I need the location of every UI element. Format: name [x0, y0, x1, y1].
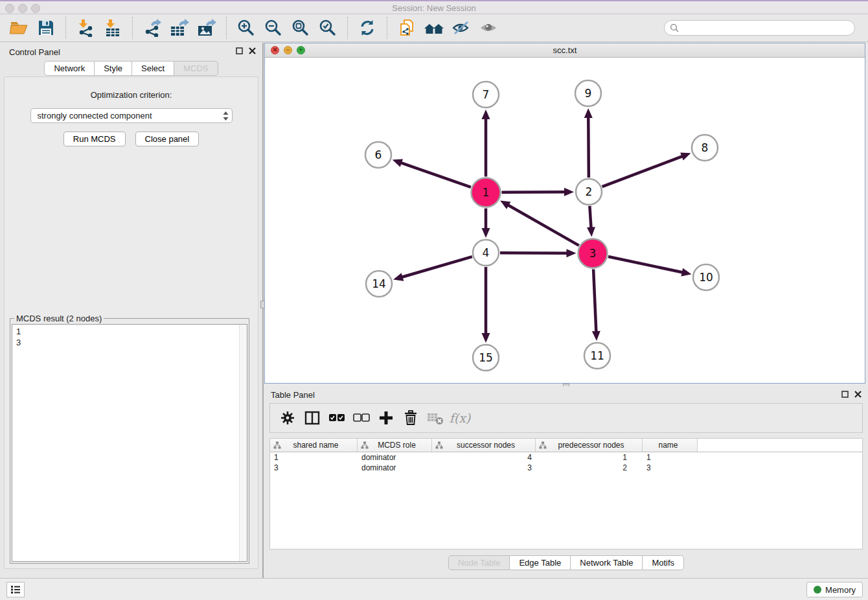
graph-node-label-11: 11 — [590, 349, 604, 362]
graph-edge-2-8[interactable] — [602, 156, 685, 187]
close-panel-icon[interactable] — [249, 47, 256, 54]
zoom-out-button[interactable] — [262, 16, 285, 40]
graph-edge-3-1[interactable] — [507, 204, 579, 246]
float-panel-icon[interactable] — [236, 47, 243, 54]
graph-edge-4-3[interactable] — [500, 253, 569, 253]
graph-edge-2-9[interactable] — [588, 115, 589, 178]
tab-network[interactable]: Network — [44, 61, 95, 76]
cell-mcds-role: dominator — [358, 453, 432, 462]
search-icon — [670, 23, 679, 32]
save-session-button[interactable] — [34, 16, 58, 40]
table-panel-title: Table Panel — [271, 390, 315, 400]
network-window-titlebar[interactable]: ✕ − + scc.txt — [265, 43, 865, 58]
hide-selected-button[interactable] — [450, 16, 473, 40]
graph-edge-2-3[interactable] — [589, 206, 591, 230]
tab-select[interactable]: Select — [132, 61, 174, 76]
eye-icon — [479, 20, 498, 36]
graph-node-label-9: 9 — [585, 87, 592, 100]
export-image-button[interactable] — [195, 16, 218, 40]
graph-arrowhead — [592, 331, 600, 341]
network-view-window: ✕ − + scc.txt 1234678910111415 — [264, 43, 865, 384]
tab-node-table[interactable]: Node Table — [448, 555, 510, 570]
cell-predecessor-nodes: 2 — [536, 463, 643, 472]
search-input[interactable] — [682, 23, 849, 32]
refresh-button[interactable] — [356, 16, 379, 40]
mcds-result-list[interactable]: 1 3 — [12, 325, 239, 561]
graph-edge-3-11[interactable] — [593, 269, 596, 334]
graph-arrowhead — [393, 273, 404, 281]
split-divider[interactable] — [262, 43, 264, 578]
column-layout-button[interactable] — [301, 408, 323, 428]
table-settings-button[interactable] — [277, 408, 299, 428]
function-builder-button[interactable]: f(x) — [449, 408, 471, 428]
export-network-button[interactable] — [141, 16, 164, 40]
column-header-shared-name[interactable]: shared name — [270, 439, 358, 452]
import-table-button[interactable] — [101, 16, 124, 40]
close-panel-icon[interactable] — [854, 391, 862, 398]
graph-edge-3-10[interactable] — [608, 257, 685, 273]
table-row[interactable]: 3 dominator 3 2 3 — [270, 463, 862, 473]
column-header-name[interactable]: name — [643, 439, 698, 452]
delete-table-button[interactable] — [424, 408, 446, 428]
graph-arrowhead — [587, 227, 595, 237]
mcds-result-title: MCDS result (2 nodes) — [14, 314, 104, 323]
graph-node-label-8: 8 — [702, 141, 709, 154]
duplicate-network-button[interactable] — [395, 16, 418, 40]
tab-motifs[interactable]: Motifs — [643, 555, 684, 570]
column-header-successor-nodes[interactable]: successor nodes — [432, 439, 536, 452]
graph-edge-1-2[interactable] — [501, 192, 567, 192]
open-session-button[interactable] — [7, 16, 30, 40]
memory-label: Memory — [825, 585, 856, 595]
gear-icon — [280, 411, 295, 425]
table-row[interactable]: 1 dominator 4 1 1 — [270, 452, 862, 463]
tab-edge-table[interactable]: Edge Table — [510, 555, 571, 570]
deselect-all-columns-button[interactable] — [350, 408, 372, 428]
export-table-button[interactable] — [168, 16, 191, 40]
network-graph: 1234678910111415 — [265, 58, 865, 383]
graph-arrowhead — [482, 333, 490, 343]
toolbar-separator — [347, 17, 348, 39]
graph-edge-4-14[interactable] — [400, 257, 472, 277]
graph-arrowhead — [584, 108, 593, 118]
hierarchy-icon — [273, 441, 281, 449]
network-canvas[interactable]: 1234678910111415 — [265, 58, 865, 383]
tab-style[interactable]: Style — [95, 61, 132, 76]
show-panels-button[interactable] — [6, 582, 25, 597]
run-mcds-button[interactable]: Run MCDS — [63, 132, 126, 146]
graph-node-label-7: 7 — [483, 88, 490, 101]
tab-mcds[interactable]: MCDS — [174, 61, 218, 76]
graph-edge-1-6[interactable] — [399, 162, 471, 187]
control-panel-title: Control Panel — [9, 47, 60, 57]
home-icon — [423, 19, 445, 36]
save-icon — [38, 19, 54, 36]
home-button[interactable] — [422, 16, 446, 40]
add-column-button[interactable] — [375, 408, 397, 428]
table-toolbar: f(x) — [269, 403, 863, 433]
import-table-icon — [104, 19, 122, 37]
delete-column-button[interactable] — [400, 408, 422, 428]
column-header-predecessor-nodes[interactable]: predecessor nodes — [536, 439, 643, 452]
graph-node-label-4: 4 — [483, 246, 490, 259]
import-network-button[interactable] — [74, 16, 97, 40]
close-panel-button[interactable]: Close panel — [135, 132, 200, 146]
deselect-all-icon — [353, 413, 370, 422]
node-table: shared name MCDS role successor nodes — [269, 438, 863, 549]
status-bar: Memory — [0, 578, 868, 600]
criterion-dropdown[interactable]: strongly connected component — [30, 108, 233, 123]
zoom-selected-button[interactable] — [316, 16, 339, 40]
memory-button[interactable]: Memory — [806, 582, 863, 597]
cell-name: 1 — [643, 453, 698, 462]
float-panel-icon[interactable] — [841, 391, 849, 398]
cell-name: 3 — [643, 463, 698, 472]
tab-network-table[interactable]: Network Table — [571, 555, 643, 570]
show-all-button[interactable] — [477, 16, 500, 40]
toolbar-separator — [387, 17, 387, 39]
result-scrollbar[interactable] — [239, 325, 247, 561]
select-all-columns-button[interactable] — [326, 408, 348, 428]
zoom-in-button[interactable] — [234, 16, 258, 40]
column-header-mcds-role[interactable]: MCDS role — [358, 439, 432, 452]
graph-arrowhead — [566, 249, 576, 257]
mcds-result-box: MCDS result (2 nodes) 1 3 — [10, 318, 249, 564]
graph-node-label-14: 14 — [372, 277, 386, 290]
zoom-fit-button[interactable] — [289, 16, 312, 40]
